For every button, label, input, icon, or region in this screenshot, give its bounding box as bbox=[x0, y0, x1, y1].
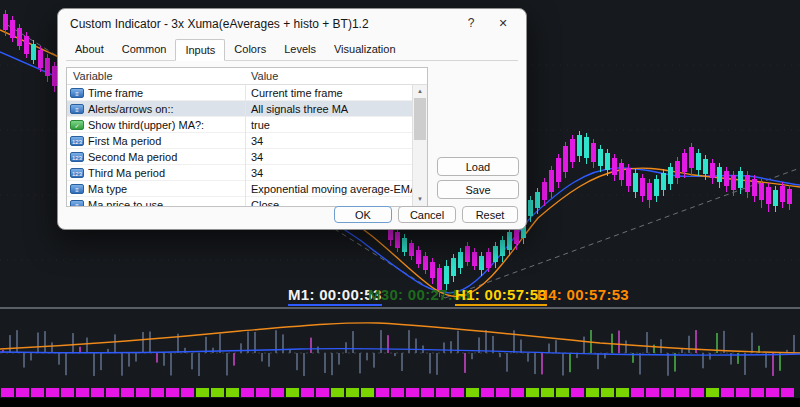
save-button[interactable]: Save bbox=[437, 180, 519, 199]
histogram-bar bbox=[65, 353, 67, 375]
tab-colors[interactable]: Colors bbox=[225, 39, 275, 59]
reset-button[interactable]: Reset bbox=[462, 206, 518, 223]
tab-visualization[interactable]: Visualization bbox=[325, 39, 405, 59]
tab-about[interactable]: About bbox=[66, 39, 113, 59]
histogram-bar bbox=[142, 332, 144, 353]
signal-block bbox=[406, 388, 419, 397]
cancel-button[interactable]: Cancel bbox=[398, 206, 456, 223]
candle-body bbox=[38, 50, 43, 68]
candle-body bbox=[689, 147, 694, 168]
help-button[interactable]: ? bbox=[456, 12, 486, 34]
signal-block bbox=[556, 388, 569, 397]
candle-body bbox=[584, 137, 589, 158]
signal-block bbox=[421, 388, 434, 397]
candle-body bbox=[682, 153, 687, 172]
tab-levels[interactable]: Levels bbox=[275, 39, 325, 59]
signal-block bbox=[181, 388, 194, 397]
histogram-bar bbox=[345, 342, 347, 353]
histogram-bar bbox=[93, 353, 95, 376]
histogram-bar bbox=[296, 353, 298, 370]
histogram-bar bbox=[555, 340, 557, 353]
signal-block bbox=[511, 388, 524, 397]
candle-body bbox=[416, 250, 421, 264]
signal-block bbox=[661, 388, 674, 397]
signal-block bbox=[61, 388, 74, 397]
histogram-bar bbox=[324, 353, 326, 373]
candle-body bbox=[738, 171, 743, 188]
param-row[interactable]: ≡Alerts/arrows on::All signals three MA bbox=[67, 101, 427, 117]
scrollbar-down-icon[interactable]: ▼ bbox=[413, 193, 427, 206]
histogram-bar bbox=[772, 353, 774, 376]
histogram-bar bbox=[37, 332, 39, 353]
signal-block bbox=[631, 388, 644, 397]
histogram-bar bbox=[653, 345, 655, 353]
candle-body bbox=[493, 246, 498, 262]
param-row[interactable]: 123Third Ma period34 bbox=[67, 165, 427, 181]
signal-block bbox=[586, 388, 599, 397]
enum-param-icon: ≡ bbox=[70, 200, 84, 208]
histogram-bar bbox=[156, 353, 158, 363]
candle-body bbox=[661, 173, 666, 190]
histogram-bar bbox=[744, 353, 746, 375]
param-value[interactable]: 34 bbox=[245, 133, 427, 148]
dialog-titlebar[interactable]: Custom Indicator - 3x Xuma(eAverages + h… bbox=[58, 9, 526, 37]
tab-common[interactable]: Common bbox=[113, 39, 176, 59]
candle-body bbox=[45, 58, 50, 76]
param-value[interactable]: true bbox=[245, 117, 427, 132]
param-row[interactable]: 123Second Ma period34 bbox=[67, 149, 427, 165]
table-scrollbar[interactable]: ▲ ▼ bbox=[412, 85, 427, 206]
signal-block bbox=[706, 388, 719, 397]
histogram-bar bbox=[359, 353, 361, 373]
param-value[interactable]: All signals three MA bbox=[245, 101, 427, 116]
candle-body bbox=[598, 149, 603, 166]
column-header-variable: Variable bbox=[73, 70, 113, 82]
scrollbar-up-icon[interactable]: ▲ bbox=[413, 85, 427, 98]
param-value[interactable]: 34 bbox=[245, 165, 427, 180]
histogram-bar bbox=[471, 353, 473, 359]
param-value[interactable]: Exponential moving average-EMA bbox=[245, 181, 427, 196]
candle-body bbox=[535, 192, 540, 208]
histogram-bar bbox=[681, 349, 683, 353]
histogram-bar bbox=[499, 353, 501, 357]
tab-inputs[interactable]: Inputs bbox=[175, 39, 225, 61]
param-name: Third Ma period bbox=[88, 167, 165, 179]
candle-body bbox=[549, 170, 554, 192]
pane-separator bbox=[0, 307, 800, 309]
histogram-bar bbox=[618, 331, 620, 353]
signal-block bbox=[691, 388, 704, 397]
candle-body bbox=[10, 20, 15, 38]
candle-body bbox=[696, 153, 701, 170]
histogram-bar bbox=[373, 353, 375, 368]
close-icon[interactable]: ✕ bbox=[488, 12, 518, 34]
ok-button[interactable]: OK bbox=[334, 206, 392, 223]
scrollbar-thumb[interactable] bbox=[414, 98, 426, 140]
signal-block bbox=[496, 388, 509, 397]
param-row[interactable]: ≡Time frameCurrent time frame bbox=[67, 85, 427, 101]
histogram-bar bbox=[520, 339, 522, 353]
histogram-bar bbox=[464, 353, 466, 373]
candle-body bbox=[612, 158, 617, 175]
param-value[interactable]: 34 bbox=[245, 149, 427, 164]
load-button[interactable]: Load bbox=[437, 157, 519, 176]
signal-block bbox=[316, 388, 329, 397]
param-row[interactable]: ✓Show third(upper) MA?:true bbox=[67, 117, 427, 133]
param-row[interactable]: ≡Ma typeExponential moving average-EMA bbox=[67, 181, 427, 197]
histogram-bar bbox=[261, 353, 263, 361]
histogram-bar bbox=[779, 353, 781, 371]
param-row[interactable]: 123First Ma period34 bbox=[67, 133, 427, 149]
signal-block bbox=[646, 388, 659, 397]
histogram-bar bbox=[240, 343, 242, 353]
histogram-bar bbox=[352, 331, 354, 353]
histogram-bar bbox=[191, 353, 193, 369]
histogram-bar bbox=[23, 353, 25, 368]
candle-body bbox=[542, 182, 547, 200]
histogram-bar bbox=[72, 333, 74, 353]
histogram-bar bbox=[317, 347, 319, 353]
param-value[interactable]: Current time frame bbox=[245, 85, 427, 100]
histogram-bar bbox=[198, 353, 200, 376]
candle-body bbox=[577, 135, 582, 156]
histogram-bar bbox=[548, 344, 550, 353]
histogram-bar bbox=[128, 353, 130, 367]
inputs-table: Variable Value ≡Time frameCurrent time f… bbox=[66, 67, 428, 207]
histogram-bar bbox=[303, 353, 305, 376]
